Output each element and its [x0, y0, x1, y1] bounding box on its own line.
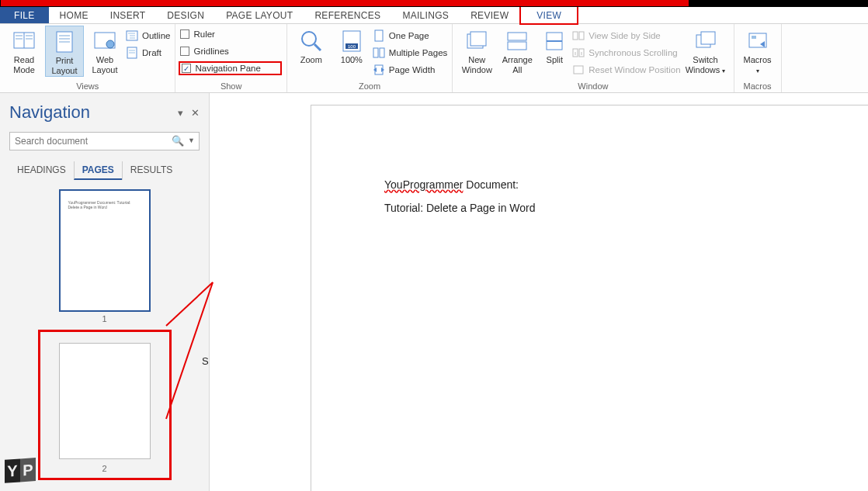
chevron-down-icon: ▾	[722, 67, 725, 74]
page-thumbnail-1[interactable]: YouProgrammer Document: Tutorial: Delete…	[59, 189, 151, 323]
page-width-button[interactable]: Page Width	[373, 63, 447, 77]
new-window-icon	[464, 29, 489, 54]
svg-rect-29	[470, 32, 486, 46]
macros-button[interactable]: Macros▾	[739, 26, 776, 76]
highlight-view-tab: VIEW	[519, 5, 578, 25]
draft-icon	[126, 47, 138, 59]
tab-review[interactable]: REVIEW	[460, 7, 519, 23]
ruler-label: Ruler	[193, 29, 214, 39]
page-width-label: Page Width	[389, 65, 435, 74]
group-macros: Macros▾ Macros	[734, 24, 782, 92]
doc-line-1[interactable]: YouProgrammer Document:	[384, 178, 519, 191]
arrange-all-button[interactable]: Arrange All	[498, 26, 536, 75]
gridlines-toggle[interactable]: Gridlines	[180, 44, 281, 58]
split-icon	[542, 29, 567, 54]
one-page-button[interactable]: One Page	[373, 29, 447, 43]
search-icon[interactable]: 🔍	[172, 135, 184, 147]
web-layout-button[interactable]: Web Layout	[85, 26, 124, 75]
tab-file[interactable]: FILE	[0, 7, 49, 23]
chevron-down-icon: ▾	[756, 67, 759, 74]
svg-rect-31	[508, 42, 526, 50]
tab-references[interactable]: REFERENCES	[304, 7, 391, 23]
svg-rect-7	[59, 35, 70, 36]
switch-windows-icon	[693, 29, 718, 54]
svg-rect-2	[16, 35, 23, 36]
side-by-side-label: View Side by Side	[589, 31, 660, 40]
doc-line-2[interactable]: Tutorial: Delete a Page in Word	[384, 202, 536, 214]
document-page[interactable]	[311, 105, 868, 491]
navigation-title: Navigation	[9, 102, 90, 123]
multiple-pages-button[interactable]: Multiple Pages	[373, 46, 447, 60]
nav-search[interactable]: 🔍 ▼	[9, 132, 200, 150]
one-page-icon	[373, 29, 385, 42]
navigation-pane-toggle[interactable]: Navigation Pane	[179, 61, 281, 75]
doc-word-underlined: YouProgrammer	[384, 178, 463, 191]
svg-rect-4	[26, 35, 33, 36]
zoom-button[interactable]: Zoom	[292, 26, 331, 65]
group-window-label: Window	[457, 80, 728, 92]
tab-insert[interactable]: INSERT	[99, 7, 157, 23]
thumb-2-number: 2	[40, 464, 169, 473]
print-layout-label: Print Layout	[47, 56, 82, 76]
switch-windows-button[interactable]: Switch Windows ▾	[682, 26, 729, 76]
split-label: Split	[547, 55, 563, 65]
ruler-toggle[interactable]: Ruler	[180, 27, 281, 41]
page-thumbnail-2[interactable]	[59, 343, 151, 459]
navigation-pane-checkbox[interactable]	[182, 64, 191, 73]
group-zoom: Zoom 100 100% One Page Multiple Pages Pa…	[287, 24, 453, 92]
macros-icon	[745, 29, 770, 54]
gridlines-checkbox[interactable]	[180, 47, 189, 56]
watermark-yp-icon: Y P	[3, 454, 39, 488]
title-bar	[0, 0, 868, 7]
read-mode-button[interactable]: Read Mode	[5, 26, 43, 75]
annotation-text: Select and Press Delete	[202, 355, 209, 367]
sync-scroll-button: Synchronous Scrolling	[572, 46, 680, 60]
tab-page-layout[interactable]: PAGE LAYOUT	[215, 7, 304, 23]
nav-tab-headings[interactable]: HEADINGS	[9, 161, 74, 180]
tab-mailings[interactable]: MAILINGS	[391, 7, 460, 23]
tab-design[interactable]: DESIGN	[156, 7, 215, 23]
svg-rect-38	[574, 66, 583, 74]
group-show-label: Show	[180, 80, 281, 92]
svg-text:Y: Y	[7, 462, 18, 480]
ribbon-tab-strip: FILE HOME INSERT DESIGN PAGE LAYOUT REFE…	[0, 7, 868, 24]
arrange-all-icon	[505, 29, 529, 54]
search-dropdown-icon[interactable]: ▼	[188, 137, 195, 144]
zoom-icon	[299, 29, 324, 54]
new-window-button[interactable]: New Window	[457, 26, 496, 75]
svg-rect-30	[508, 33, 526, 40]
ruler-checkbox[interactable]	[180, 29, 189, 39]
gridlines-label: Gridlines	[193, 47, 228, 56]
print-layout-button[interactable]: Print Layout	[45, 26, 84, 77]
svg-rect-3	[16, 38, 23, 40]
side-by-side-icon	[572, 29, 585, 42]
tab-home[interactable]: HOME	[49, 7, 99, 23]
zoom-100-button[interactable]: 100 100%	[332, 26, 371, 65]
page-width-icon	[373, 64, 385, 76]
nav-tab-pages[interactable]: PAGES	[74, 161, 122, 180]
svg-rect-34	[573, 32, 578, 40]
tab-view[interactable]: VIEW	[521, 10, 577, 21]
reset-window-label: Reset Window Position	[589, 65, 680, 74]
web-layout-label: Web Layout	[87, 55, 123, 75]
outline-button[interactable]: Outline	[126, 29, 170, 43]
svg-line-20	[314, 44, 321, 50]
svg-rect-9	[59, 41, 70, 43]
svg-rect-5	[26, 38, 33, 40]
draft-button[interactable]: Draft	[126, 46, 170, 60]
sync-scroll-label: Synchronous Scrolling	[589, 48, 677, 57]
nav-tab-results[interactable]: RESULTS	[122, 161, 180, 180]
zoom-100-icon: 100	[339, 29, 364, 54]
thumb-1-number: 1	[59, 314, 151, 323]
outline-label: Outline	[142, 31, 170, 40]
split-button[interactable]: Split	[538, 26, 571, 65]
svg-rect-42	[752, 36, 756, 39]
svg-text:100: 100	[348, 44, 356, 49]
one-page-label: One Page	[389, 31, 429, 40]
nav-menu-chevron-icon[interactable]: ▾	[178, 107, 183, 119]
svg-rect-8	[59, 38, 70, 40]
reset-window-pos-button: Reset Window Position	[572, 63, 680, 77]
svg-text:P: P	[23, 461, 33, 479]
nav-close-icon[interactable]: ✕	[191, 107, 200, 119]
group-views: Read Mode Print Layout Web Layout Outlin…	[0, 24, 175, 92]
